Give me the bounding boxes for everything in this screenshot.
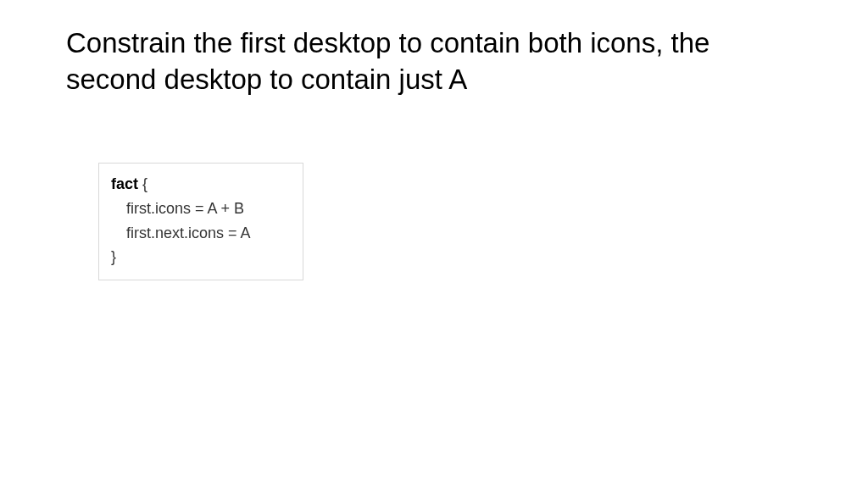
keyword-fact: fact (111, 175, 138, 192)
code-line-3: first.next.icons = A (111, 221, 291, 246)
code-line-2: first.icons = A + B (111, 197, 291, 221)
slide-title: Constrain the first desktop to contain b… (66, 25, 802, 98)
code-text: { (138, 175, 147, 192)
code-line-1: fact { (111, 172, 291, 197)
code-line-4: } (111, 245, 291, 269)
code-block: fact { first.icons = A + B first.next.ic… (98, 163, 303, 280)
